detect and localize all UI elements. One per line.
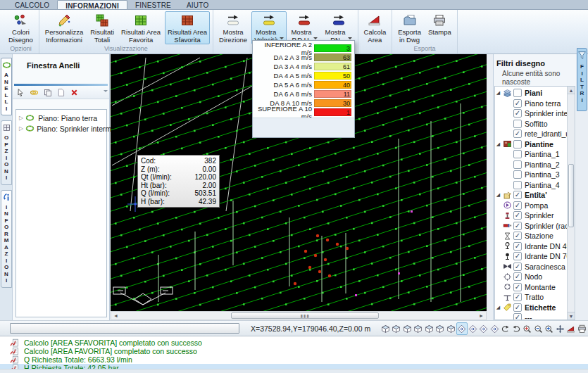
pan-icon[interactable] — [555, 322, 566, 335]
new-ring-button[interactable] — [27, 87, 41, 99]
filter-checkbox[interactable] — [513, 160, 522, 169]
toolbar-overflow-icon[interactable] — [104, 90, 108, 94]
velocity-legend-row[interactable]: DA 6 A 8 m/s 11 — [253, 89, 354, 99]
expander-icon[interactable]: ◢ — [495, 90, 501, 96]
filters-scrollbar[interactable]: ▲ ▼ — [567, 87, 575, 320]
iso-view-icon[interactable] — [380, 322, 392, 335]
colori-disegno-button[interactable]: Colori Disegno — [6, 11, 36, 44]
zoom-out-icon[interactable] — [533, 322, 544, 335]
scrollbar-thumb[interactable] — [568, 164, 574, 227]
filter-checkbox[interactable]: ✓ — [513, 293, 522, 301]
risultati-totali-button[interactable]: Risultati Totali — [87, 11, 117, 44]
zoom-extents-icon[interactable] — [522, 322, 533, 335]
calcola-area-button[interactable]: Calcola Area — [361, 11, 389, 44]
anelli-tree-item[interactable]: ▷ Piano: Sprinkler intermedi — [16, 123, 106, 134]
mostra-pdu-button[interactable]: Mostra P.D.U. — [288, 11, 320, 44]
left-panel-tab[interactable]: INFORMAZIONI — [1, 190, 12, 288]
scrollbar-thumb[interactable]: ▮▮▮ — [231, 312, 379, 319]
iso-view-icon[interactable] — [402, 322, 413, 335]
left-panel-tab[interactable]: OPZIONI — [1, 120, 12, 185]
filter-checkbox[interactable]: ✓ — [513, 252, 522, 260]
scroll-right-icon[interactable]: ► — [477, 313, 486, 318]
risultati-area-sfavorita-button[interactable]: Risultati Area Sfavorita — [165, 11, 210, 44]
expander-icon[interactable]: ▷ — [19, 125, 23, 132]
iso-view-icon[interactable] — [446, 322, 457, 335]
filter-tree-item[interactable]: ✓ Piano terra — [495, 99, 575, 109]
filter-checkbox[interactable]: ✓ — [513, 283, 522, 291]
scroll-down-icon[interactable]: ▼ — [568, 312, 575, 320]
mostra-dn-button[interactable]: Mostra DN — [322, 11, 354, 44]
filter-checkbox[interactable]: ✓ — [513, 303, 522, 312]
ribbon-tab[interactable]: CALCOLO — [7, 0, 57, 9]
iso-view-icon[interactable] — [434, 322, 446, 335]
filter-tree-item[interactable]: Piantina_2 — [495, 160, 575, 170]
filter-tree-item[interactable]: Piantina_4 — [495, 180, 575, 191]
filter-tree-item[interactable]: ✓ Sprinkler — [495, 210, 575, 221]
iso-view-icon[interactable] — [391, 322, 402, 335]
velocity-legend-row[interactable]: DA 5 A 6 m/s 40 — [253, 80, 354, 89]
anelli-tree-item[interactable]: ▷ Piano: Piano terra — [16, 113, 106, 123]
filter-tree-item[interactable]: ✓ Idrante DN 70 — [495, 251, 575, 262]
select-cursor-button[interactable] — [14, 87, 27, 99]
filter-checkbox[interactable]: ✓ — [513, 109, 522, 118]
filter-tree-item[interactable]: ✓ Pompa — [495, 201, 575, 211]
filter-tree-item[interactable]: ✓ Montante — [495, 282, 575, 293]
filter-tree-item[interactable]: ✓ Sprinkler intermedi — [495, 108, 575, 119]
filter-tree-item[interactable]: ✓ rete_idranti_uni45 — [495, 129, 575, 139]
filter-checkbox[interactable]: ✓ — [513, 222, 522, 230]
ribbon-tab[interactable]: FINESTRE — [127, 0, 179, 9]
filter-checkbox[interactable]: ✓ — [513, 232, 522, 240]
filter-tree-item[interactable]: ✓ Saracinesca — [495, 262, 575, 272]
left-panel-tab[interactable]: ANELLI — [1, 58, 12, 115]
delete-button[interactable] — [68, 87, 81, 99]
ribbon-tab[interactable]: INFORMAZIONI — [57, 0, 127, 9]
print-icon[interactable] — [577, 322, 588, 335]
filter-checkbox[interactable]: ✓ — [513, 201, 522, 210]
filter-checkbox[interactable] — [513, 140, 522, 148]
filter-checkbox[interactable] — [513, 120, 522, 128]
rotate-left-icon[interactable] — [500, 322, 511, 335]
iso-view-icon[interactable] — [413, 322, 424, 335]
filter-checkbox[interactable]: ✓ — [513, 99, 522, 108]
copy-button[interactable] — [41, 87, 54, 99]
filter-checkbox[interactable] — [513, 181, 522, 189]
filter-tree-item[interactable]: ◢ Piani — [495, 88, 575, 99]
velocity-legend-row[interactable]: DA 4 A 5 m/s 50 — [253, 71, 354, 80]
rotate-right-icon[interactable] — [511, 322, 523, 335]
log-line[interactable]: Calcolo [AREA SFAVORITA] completato con … — [0, 339, 588, 347]
expander-icon[interactable]: ◢ — [495, 305, 501, 310]
filter-tree-item[interactable]: ✓ Idrante DN 45 — [495, 241, 575, 252]
filter-checkbox[interactable] — [513, 170, 522, 179]
filter-checkbox[interactable]: ✓ — [513, 191, 522, 199]
expander-icon[interactable]: ◢ — [495, 192, 501, 198]
plan-view-icon[interactable] — [456, 322, 468, 335]
new-page-button[interactable] — [54, 87, 68, 99]
filtri-side-tab[interactable]: FILTRI — [577, 48, 587, 111]
risultati-area-favorita-button[interactable]: Risultati Area Favorita — [118, 11, 163, 44]
filter-tree-item[interactable]: ✓ Sprinkler (rack) — [495, 221, 575, 232]
filter-checkbox[interactable]: ✓ — [513, 242, 522, 251]
stampa-button[interactable]: Stampa — [425, 11, 454, 44]
filter-checkbox[interactable]: ✓ — [513, 211, 522, 220]
scroll-up-icon[interactable]: ▲ — [568, 87, 575, 94]
filter-tree-item[interactable]: ✓ --- — [495, 312, 575, 320]
ribbon-tab[interactable]: AIUTO — [179, 0, 216, 9]
personalizza-informazioni-button[interactable]: Personalizza Informazioni — [42, 11, 86, 44]
velocity-legend-row[interactable]: DA 3 A 4 m/s 61 — [253, 62, 354, 71]
filter-tree-item[interactable]: ◢ ✓ Etichette — [495, 303, 575, 313]
calc-area-icon[interactable] — [565, 322, 577, 335]
filter-checkbox[interactable] — [513, 89, 522, 97]
filter-tree-item[interactable]: ◢ Piantine — [495, 139, 575, 150]
filter-checkbox[interactable]: ✓ — [513, 313, 522, 320]
expander-icon[interactable]: ▷ — [19, 115, 23, 121]
velocity-legend-row[interactable]: SUPERIORE A 10 m/s 1 — [253, 108, 354, 117]
plan-view-icon[interactable] — [468, 322, 479, 335]
log-scrollbar[interactable] — [0, 369, 588, 373]
iso-view-icon[interactable] — [424, 322, 435, 335]
filter-checkbox[interactable]: ✓ — [513, 272, 522, 281]
filter-tree-item[interactable]: ✓ Nodo — [495, 272, 575, 282]
zoom-in-icon[interactable] — [544, 322, 555, 335]
velocity-legend-row[interactable]: DA 2 A 3 m/s 63 — [253, 53, 354, 62]
velocity-legend-row[interactable]: INFERIORE A 2 m/s 3 — [253, 44, 354, 53]
filter-checkbox[interactable]: ✓ — [513, 263, 522, 271]
